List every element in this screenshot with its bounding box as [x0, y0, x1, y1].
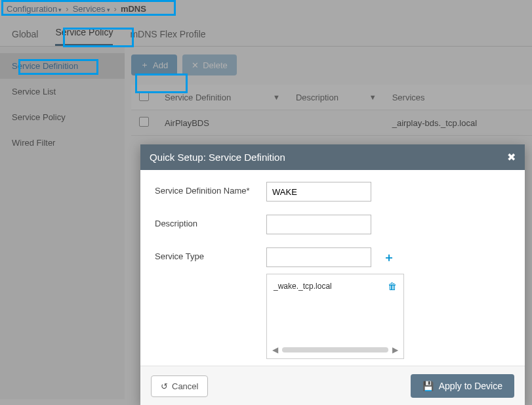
- sidebar-item-label: Service Policy: [12, 112, 66, 122]
- list-item-label: _wake._tcp.local: [274, 282, 332, 291]
- col-description: Description: [296, 93, 338, 102]
- tab-global[interactable]: Global: [12, 29, 38, 46]
- service-definition-table: Service Definition▼ Description▼ Service…: [131, 85, 532, 136]
- tab-mdns-flex[interactable]: mDNS Flex Profile: [130, 29, 205, 46]
- delete-button[interactable]: ✕Delete: [182, 54, 237, 75]
- cancel-button-label: Cancel: [172, 381, 198, 391]
- breadcrumb: Configuration▾ › Services▾ › mDNS: [0, 0, 532, 18]
- sidebar-item-service-list[interactable]: Service List: [0, 79, 125, 104]
- trash-icon[interactable]: 🗑: [388, 281, 397, 291]
- close-icon[interactable]: ✖: [507, 151, 516, 163]
- scroll-track[interactable]: [282, 347, 388, 352]
- modal-title: Quick Setup: Service Definition: [150, 152, 285, 163]
- modal-header: Quick Setup: Service Definition ✖: [140, 144, 525, 170]
- sidebar-item-wired-filter[interactable]: Wired Filter: [0, 130, 125, 156]
- service-type-list: _wake._tcp.local 🗑 ◀ ▶: [266, 274, 404, 359]
- table-row[interactable]: AirPlayBDS _airplay-bds._tcp.local: [131, 110, 532, 136]
- apply-button[interactable]: 💾 Apply to Device: [411, 374, 514, 398]
- caret-down-icon: ▾: [58, 7, 62, 13]
- chevron-right-icon: ›: [114, 4, 117, 14]
- add-button[interactable]: ＋Add: [131, 54, 177, 75]
- sidebar-item-label: Wired Filter: [12, 138, 55, 148]
- add-button-label: Add: [153, 60, 168, 70]
- chevron-right-icon: ›: [66, 4, 68, 14]
- description-input[interactable]: [266, 215, 371, 234]
- cell-services: _airplay-bds._tcp.local: [384, 110, 532, 136]
- delete-button-label: Delete: [203, 60, 228, 70]
- label-description: Description: [155, 215, 266, 228]
- filter-icon[interactable]: ▼: [273, 93, 280, 101]
- sidebar-item-service-definition[interactable]: Service Definition: [0, 53, 125, 79]
- cell-name: AirPlayBDS: [157, 110, 288, 136]
- list-item[interactable]: _wake._tcp.local 🗑: [267, 274, 403, 298]
- plus-icon: ＋: [140, 59, 149, 71]
- crumb-mdns: mDNS: [121, 4, 146, 14]
- row-checkbox[interactable]: [139, 117, 149, 127]
- crumb-configuration[interactable]: Configuration▾: [7, 4, 62, 14]
- quick-setup-modal: Quick Setup: Service Definition ✖ Servic…: [140, 144, 525, 405]
- scroll-right-icon[interactable]: ▶: [392, 345, 398, 354]
- filter-icon[interactable]: ▼: [369, 93, 377, 101]
- caret-down-icon: ▾: [107, 7, 110, 13]
- close-icon: ✕: [192, 60, 199, 70]
- service-definition-name-input[interactable]: [266, 182, 371, 202]
- sidebar-item-service-policy[interactable]: Service Policy: [0, 104, 125, 130]
- col-services: Services: [392, 93, 425, 102]
- horizontal-scrollbar[interactable]: ◀ ▶: [272, 345, 398, 354]
- label-service-type: Service Type: [155, 247, 266, 261]
- col-service-definition: Service Definition: [165, 93, 231, 102]
- apply-button-label: Apply to Device: [439, 381, 502, 391]
- tab-bar: Global Service Policy mDNS Flex Profile: [0, 18, 532, 47]
- service-type-input[interactable]: [266, 247, 371, 267]
- sidebar-item-label: Service Definition: [12, 61, 78, 71]
- sidebar-item-label: Service List: [12, 87, 56, 96]
- undo-icon: ↺: [161, 381, 168, 391]
- tab-service-policy[interactable]: Service Policy: [55, 27, 113, 46]
- sidebar: Service Definition Service List Service …: [0, 47, 125, 399]
- cancel-button[interactable]: ↺ Cancel: [151, 375, 208, 397]
- cell-description: [288, 110, 384, 136]
- select-all-checkbox[interactable]: [139, 91, 149, 101]
- scroll-left-icon[interactable]: ◀: [272, 345, 278, 354]
- save-icon: 💾: [422, 381, 434, 391]
- label-service-definition-name: Service Definition Name*: [155, 182, 266, 196]
- crumb-services[interactable]: Services▾: [73, 4, 110, 14]
- add-service-type-button[interactable]: ＋: [383, 247, 395, 267]
